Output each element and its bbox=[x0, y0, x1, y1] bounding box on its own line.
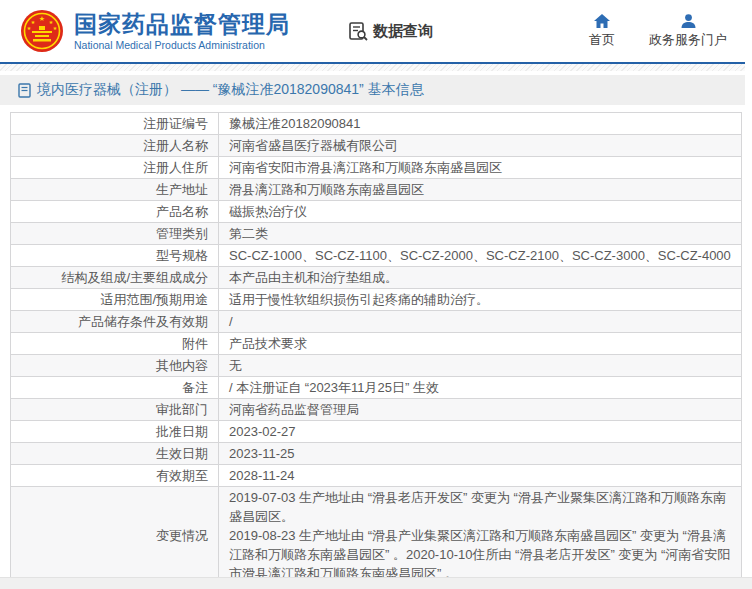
site-subtitle: National Medical Products Administration bbox=[74, 39, 290, 51]
row-label: 注册人名称 bbox=[11, 135, 219, 156]
data-query-entry[interactable]: 数据查询 bbox=[348, 21, 433, 41]
hatch-strip bbox=[0, 64, 745, 71]
breadcrumb-text: 境内医疗器械（注册） —— “豫械注准20182090841” 基本信息 bbox=[37, 81, 424, 99]
row-label: 备注 bbox=[11, 377, 219, 398]
row-value: 河南省药品监督管理局 bbox=[219, 399, 741, 420]
table-row: 批准日期2023-02-27 bbox=[11, 421, 741, 443]
table-row: 其他内容无 bbox=[11, 355, 741, 377]
row-label: 管理类别 bbox=[11, 223, 219, 244]
row-label: 注册证编号 bbox=[11, 113, 219, 134]
row-value: 河南省安阳市滑县漓江路和万顺路东南盛昌园区 bbox=[219, 157, 741, 178]
row-value: 2023-11-25 bbox=[219, 443, 741, 464]
row-value: 豫械注准20182090841 bbox=[219, 113, 741, 134]
nav-item-home[interactable]: 首页 bbox=[589, 14, 615, 49]
row-label: 注册人住所 bbox=[11, 157, 219, 178]
row-label: 结构及组成/主要组成成分 bbox=[11, 267, 219, 288]
svg-text:★: ★ bbox=[39, 15, 45, 22]
row-label: 生产地址 bbox=[11, 179, 219, 200]
table-row: 产品储存条件及有效期/ bbox=[11, 311, 741, 333]
row-value: / 本注册证自 “2023年11月25日” 生效 bbox=[219, 377, 741, 398]
row-label: 产品名称 bbox=[11, 201, 219, 222]
table-row: 注册证编号豫械注准20182090841 bbox=[11, 113, 741, 135]
table-row: 结构及组成/主要组成成分本产品由主机和治疗垫组成。 bbox=[11, 267, 741, 289]
user-icon bbox=[681, 14, 696, 28]
row-value: 产品技术要求 bbox=[219, 333, 741, 354]
table-row: 型号规格SC-CZ-1000、SC-CZ-1100、SC-CZ-2000、SC-… bbox=[11, 245, 741, 267]
table-row: 附件产品技术要求 bbox=[11, 333, 741, 355]
nav-item-portal[interactable]: 政务服务门户 bbox=[649, 14, 727, 49]
table-row: 生产地址滑县漓江路和万顺路东南盛昌园区 bbox=[11, 179, 741, 201]
data-query-label: 数据查询 bbox=[373, 22, 433, 41]
svg-text:★: ★ bbox=[31, 19, 36, 25]
row-label: 批准日期 bbox=[11, 421, 219, 442]
info-table: 注册证编号豫械注准20182090841注册人名称河南省盛昌医疗器械有限公司注册… bbox=[10, 112, 742, 589]
nav-home-label: 首页 bbox=[589, 31, 615, 49]
breadcrumb: 境内医疗器械（注册） —— “豫械注准20182090841” 基本信息 bbox=[0, 75, 745, 105]
row-label: 变更情况 bbox=[11, 487, 219, 584]
svg-text:★: ★ bbox=[53, 25, 58, 31]
document-icon bbox=[18, 83, 31, 98]
table-row: 产品名称磁振热治疗仪 bbox=[11, 201, 741, 223]
row-label: 型号规格 bbox=[11, 245, 219, 266]
row-value: 无 bbox=[219, 355, 741, 376]
row-label: 生效日期 bbox=[11, 443, 219, 464]
row-value: 滑县漓江路和万顺路东南盛昌园区 bbox=[219, 179, 741, 200]
row-value: 2019-07-03 生产地址由 “滑县老店开发区” 变更为 “滑县产业聚集区漓… bbox=[219, 487, 741, 584]
row-label: 适用范围/预期用途 bbox=[11, 289, 219, 310]
table-row: 审批部门河南省药品监督管理局 bbox=[11, 399, 741, 421]
row-value: 磁振热治疗仪 bbox=[219, 201, 741, 222]
table-row: 备注/ 本注册证自 “2023年11月25日” 生效 bbox=[11, 377, 741, 399]
brand-block: 国家药品监督管理局 National Medical Products Admi… bbox=[74, 11, 290, 51]
document-search-icon bbox=[348, 21, 368, 41]
row-label: 产品储存条件及有效期 bbox=[11, 311, 219, 332]
table-row: 变更情况2019-07-03 生产地址由 “滑县老店开发区” 变更为 “滑县产业… bbox=[11, 487, 741, 585]
table-row: 注册人名称河南省盛昌医疗器械有限公司 bbox=[11, 135, 741, 157]
table-row: 注册人住所河南省安阳市滑县漓江路和万顺路东南盛昌园区 bbox=[11, 157, 741, 179]
row-label: 其他内容 bbox=[11, 355, 219, 376]
site-title: 国家药品监督管理局 bbox=[74, 11, 290, 37]
header-nav: 首页 政务服务门户 bbox=[589, 14, 727, 49]
row-value: 2028-11-24 bbox=[219, 465, 741, 486]
table-row: 适用范围/预期用途适用于慢性软组织损伤引起疼痛的辅助治疗。 bbox=[11, 289, 741, 311]
row-value: 适用于慢性软组织损伤引起疼痛的辅助治疗。 bbox=[219, 289, 741, 310]
footer-strip bbox=[0, 577, 752, 589]
row-label: 附件 bbox=[11, 333, 219, 354]
home-icon bbox=[594, 14, 610, 28]
header: ★ ★ ★ ★ ★ 国家药品监督管理局 National Medical Pro… bbox=[0, 0, 752, 62]
nav-portal-label: 政务服务门户 bbox=[649, 31, 727, 49]
table-row: 生效日期2023-11-25 bbox=[11, 443, 741, 465]
row-label: 审批部门 bbox=[11, 399, 219, 420]
row-value: SC-CZ-1000、SC-CZ-1100、SC-CZ-2000、SC-CZ-2… bbox=[219, 245, 741, 266]
row-value: / bbox=[219, 311, 741, 332]
svg-text:★: ★ bbox=[27, 25, 32, 31]
row-value: 第二类 bbox=[219, 223, 741, 244]
row-label: 有效期至 bbox=[11, 465, 219, 486]
table-row: 有效期至2028-11-24 bbox=[11, 465, 741, 487]
table-row: 管理类别第二类 bbox=[11, 223, 741, 245]
national-emblem-logo: ★ ★ ★ ★ ★ bbox=[20, 9, 64, 53]
row-value: 2023-02-27 bbox=[219, 421, 741, 442]
row-value: 河南省盛昌医疗器械有限公司 bbox=[219, 135, 741, 156]
row-value: 本产品由主机和治疗垫组成。 bbox=[219, 267, 741, 288]
